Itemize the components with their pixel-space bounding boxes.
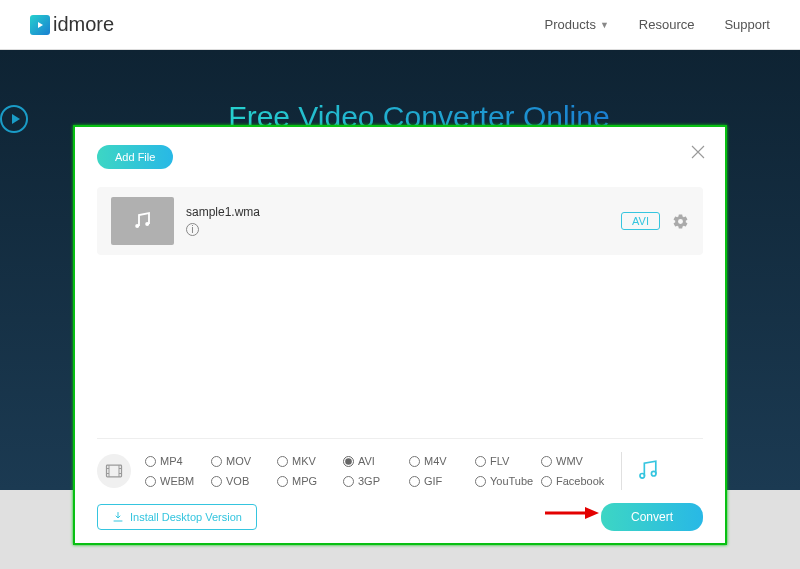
video-category-button[interactable]	[97, 454, 131, 488]
format-label: GIF	[424, 475, 442, 487]
close-icon	[689, 143, 707, 161]
play-circle-icon	[0, 105, 28, 133]
format-option-vob[interactable]: VOB	[211, 471, 277, 491]
format-label: MP4	[160, 455, 183, 467]
modal-footer: Install Desktop Version Convert	[97, 503, 703, 531]
format-option-avi[interactable]: AVI	[343, 451, 409, 471]
logo-text: idmore	[53, 13, 114, 36]
format-radio[interactable]	[277, 456, 288, 467]
format-radio[interactable]	[211, 476, 222, 487]
page-wrapper: idmore Products ▼ Resource Support Free …	[0, 0, 800, 569]
gear-icon	[672, 213, 689, 230]
filmstrip-icon	[104, 461, 124, 481]
file-row: sample1.wma i AVI	[97, 187, 703, 255]
music-icon	[636, 457, 661, 482]
format-option-mpg[interactable]: MPG	[277, 471, 343, 491]
file-details: sample1.wma i	[186, 205, 260, 238]
file-name: sample1.wma	[186, 205, 260, 219]
format-grid: MP4MOVMKVAVIM4VFLVWMVWEBMVOBMPG3GPGIFYou…	[145, 451, 607, 491]
format-option-mkv[interactable]: MKV	[277, 451, 343, 471]
arrow-right-icon	[543, 505, 599, 521]
install-desktop-label: Install Desktop Version	[130, 511, 242, 523]
install-desktop-button[interactable]: Install Desktop Version	[97, 504, 257, 530]
format-radio[interactable]	[211, 456, 222, 467]
add-file-button[interactable]: Add File	[97, 145, 173, 169]
format-radio[interactable]	[475, 456, 486, 467]
nav-resource-label: Resource	[639, 17, 695, 32]
format-label: Facebook	[556, 475, 604, 487]
output-format-badge[interactable]: AVI	[621, 212, 660, 230]
nav-products-label: Products	[545, 17, 596, 32]
format-option-gif[interactable]: GIF	[409, 471, 475, 491]
format-label: WMV	[556, 455, 583, 467]
format-label: VOB	[226, 475, 249, 487]
format-option-youtube[interactable]: YouTube	[475, 471, 541, 491]
svg-point-4	[651, 471, 656, 476]
format-radio[interactable]	[541, 476, 552, 487]
format-label: M4V	[424, 455, 447, 467]
download-icon	[112, 511, 124, 523]
format-option-facebook[interactable]: Facebook	[541, 471, 607, 491]
format-radio[interactable]	[541, 456, 552, 467]
nav-products[interactable]: Products ▼	[545, 17, 609, 32]
chevron-down-icon: ▼	[600, 20, 609, 30]
settings-button[interactable]	[672, 213, 689, 230]
format-radio[interactable]	[343, 476, 354, 487]
format-option-mov[interactable]: MOV	[211, 451, 277, 471]
format-radio[interactable]	[343, 456, 354, 467]
nav-support-label: Support	[724, 17, 770, 32]
svg-point-1	[145, 222, 149, 226]
converter-modal: Add File sample1.wma i AVI	[73, 125, 727, 545]
format-radio[interactable]	[475, 476, 486, 487]
format-label: 3GP	[358, 475, 380, 487]
format-label: WEBM	[160, 475, 194, 487]
format-radio[interactable]	[145, 456, 156, 467]
format-label: MPG	[292, 475, 317, 487]
svg-point-0	[135, 224, 139, 228]
annotation-arrow	[543, 505, 599, 525]
main-nav: Products ▼ Resource Support	[545, 17, 770, 32]
audio-category-button[interactable]	[636, 457, 661, 486]
site-logo[interactable]: idmore	[30, 13, 114, 36]
format-option-3gp[interactable]: 3GP	[343, 471, 409, 491]
format-option-webm[interactable]: WEBM	[145, 471, 211, 491]
format-option-mp4[interactable]: MP4	[145, 451, 211, 471]
format-label: MKV	[292, 455, 316, 467]
format-label: MOV	[226, 455, 251, 467]
convert-button[interactable]: Convert	[601, 503, 703, 531]
vertical-divider	[621, 452, 622, 490]
nav-resource[interactable]: Resource	[639, 17, 695, 32]
format-label: AVI	[358, 455, 375, 467]
formats-section: MP4MOVMKVAVIM4VFLVWMVWEBMVOBMPG3GPGIFYou…	[97, 438, 703, 491]
format-radio[interactable]	[409, 476, 420, 487]
format-radio[interactable]	[145, 476, 156, 487]
format-radio[interactable]	[277, 476, 288, 487]
format-radio[interactable]	[409, 456, 420, 467]
modal-header: Add File	[75, 127, 725, 177]
format-label: FLV	[490, 455, 509, 467]
site-header: idmore Products ▼ Resource Support	[0, 0, 800, 50]
svg-marker-6	[585, 507, 599, 519]
format-option-flv[interactable]: FLV	[475, 451, 541, 471]
close-button[interactable]	[689, 143, 707, 161]
svg-point-3	[640, 473, 645, 478]
vidmore-logo-icon	[30, 15, 50, 35]
format-option-m4v[interactable]: M4V	[409, 451, 475, 471]
format-option-wmv[interactable]: WMV	[541, 451, 607, 471]
format-label: YouTube	[490, 475, 533, 487]
file-thumbnail	[111, 197, 174, 245]
nav-support[interactable]: Support	[724, 17, 770, 32]
music-note-icon	[131, 209, 155, 233]
info-icon[interactable]: i	[186, 223, 199, 236]
